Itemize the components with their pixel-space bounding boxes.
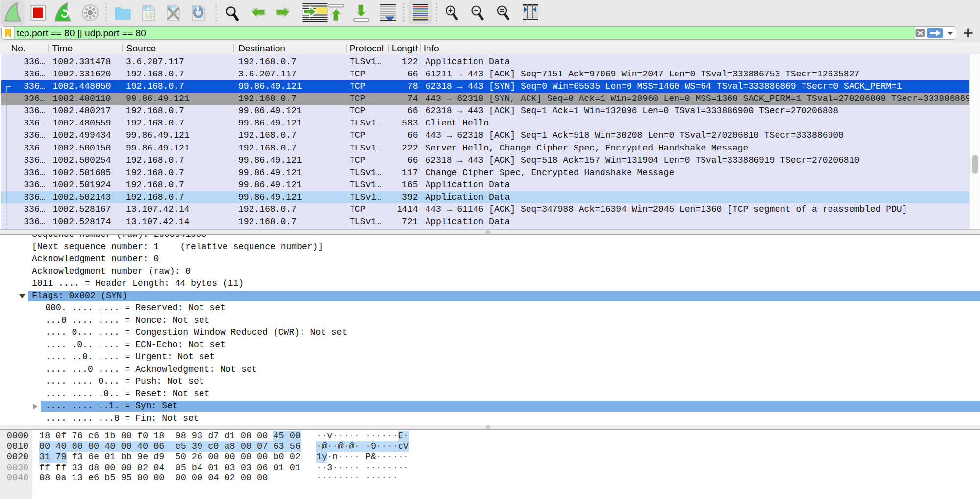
svg-text:01012: 01012 — [145, 17, 155, 20]
